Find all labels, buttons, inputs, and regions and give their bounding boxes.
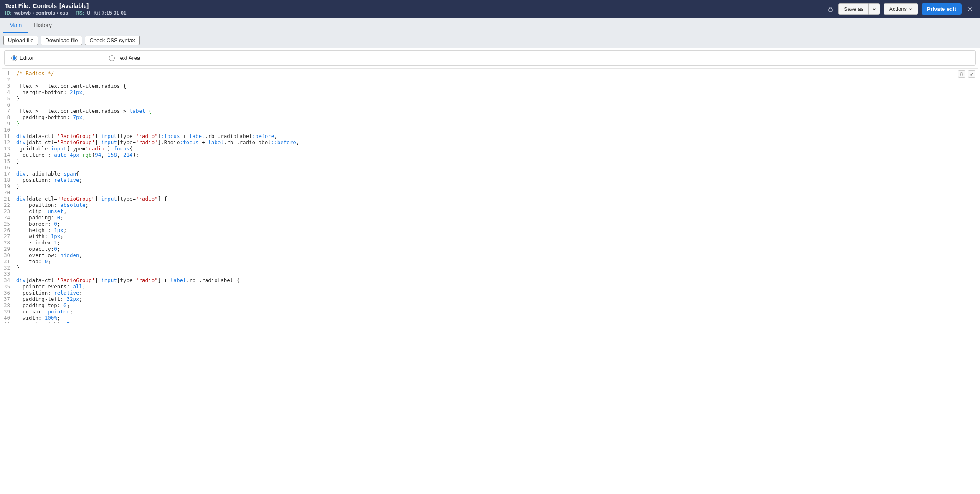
line-number: 40 (4, 315, 10, 321)
line-number: 33 (4, 271, 10, 277)
code-line[interactable] (16, 102, 975, 108)
code-area[interactable]: 1234567891011121314151617181920212223242… (2, 69, 978, 323)
line-number: 6 (4, 102, 10, 108)
code-line[interactable]: cursor: pointer; (16, 308, 975, 315)
line-number: 30 (4, 252, 10, 258)
radio-dot-icon (11, 55, 17, 61)
line-number: 38 (4, 302, 10, 308)
code-line[interactable]: padding-left: 32px; (16, 296, 975, 302)
code-body[interactable]: /* Radios */ .flex > .flex.content-item.… (13, 69, 978, 323)
line-number: 13 (4, 145, 10, 152)
code-line[interactable]: div[data-ctl='RadioGroup'] input[type="r… (16, 277, 975, 283)
id-value: webwb • controls • css (14, 10, 68, 16)
code-line[interactable]: } (16, 95, 975, 102)
download-file-button[interactable]: Download file (41, 36, 82, 45)
header-right: Save as Actions Private edit (826, 3, 975, 15)
code-line[interactable]: border: 0; (16, 221, 975, 227)
code-line[interactable]: div.radioTable span{ (16, 171, 975, 177)
private-edit-button[interactable]: Private edit (922, 3, 962, 15)
code-line[interactable]: margin-right: 7px; (16, 321, 975, 323)
code-line[interactable] (16, 127, 975, 133)
header-left: Text File: Controls [Available] ID: webw… (5, 3, 126, 16)
code-line[interactable]: position: relative; (16, 177, 975, 183)
code-line[interactable]: width: 100%; (16, 315, 975, 321)
id-label: ID: (5, 10, 12, 16)
code-line[interactable]: /* Radios */ (16, 70, 975, 76)
line-number: 4 (4, 89, 10, 95)
radio-dot-icon (109, 55, 115, 61)
line-number: 5 (4, 95, 10, 102)
code-line[interactable]: position: absolute; (16, 202, 975, 208)
code-line[interactable]: overflow: hidden; (16, 252, 975, 258)
line-number: 2 (4, 76, 10, 83)
line-number: 11 (4, 133, 10, 139)
code-line[interactable]: z-index:1; (16, 239, 975, 246)
code-line[interactable]: div[data-ctl='RadioGroup'] input[type='r… (16, 139, 975, 145)
code-line[interactable]: width: 1px; (16, 233, 975, 239)
code-line[interactable]: clip: unset; (16, 208, 975, 214)
code-line[interactable]: opacity:0; (16, 246, 975, 252)
actions-button[interactable]: Actions (884, 3, 918, 15)
line-number: 21 (4, 196, 10, 202)
line-number: 28 (4, 239, 10, 246)
code-line[interactable]: div[data-ctl='RadioGroup'] input[type="r… (16, 133, 975, 139)
code-line[interactable]: } (16, 120, 975, 127)
close-icon[interactable] (965, 4, 975, 14)
lock-icon[interactable] (826, 5, 835, 14)
line-number: 15 (4, 158, 10, 164)
view-mode-radios: Editor Text Area (4, 50, 976, 66)
save-as-dropdown[interactable] (868, 3, 880, 15)
line-number: 3 (4, 83, 10, 89)
line-number: 41 (4, 321, 10, 323)
code-line[interactable]: margin-bottom: 21px; (16, 89, 975, 95)
code-line[interactable]: padding-bottom: 7px; (16, 114, 975, 120)
code-line[interactable]: padding-top: 0; (16, 302, 975, 308)
line-number: 10 (4, 127, 10, 133)
tab-main[interactable]: Main (3, 18, 28, 33)
save-as-button[interactable]: Save as (838, 3, 868, 15)
code-line[interactable]: .gridTable input[type='radio']:focus{ (16, 145, 975, 152)
line-number: 1 (4, 70, 10, 76)
radio-textarea[interactable]: Text Area (109, 55, 140, 61)
code-line[interactable]: height: 1px; (16, 227, 975, 233)
line-number: 18 (4, 177, 10, 183)
svg-rect-0 (829, 9, 832, 11)
code-line[interactable]: position: relative; (16, 290, 975, 296)
code-line[interactable]: .flex > .flex.content-item.radios { (16, 83, 975, 89)
title-prefix: Text File: (5, 3, 30, 9)
code-line[interactable] (16, 189, 975, 196)
code-line[interactable] (16, 164, 975, 171)
tab-history[interactable]: History (28, 18, 58, 33)
braces-icon[interactable]: {} (958, 70, 965, 78)
line-number: 27 (4, 233, 10, 239)
code-line[interactable]: } (16, 265, 975, 271)
code-line[interactable]: padding: 0; (16, 214, 975, 221)
code-line[interactable]: pointer-events: all; (16, 283, 975, 290)
radio-editor[interactable]: Editor (11, 55, 34, 61)
upload-file-button[interactable]: Upload file (3, 36, 38, 45)
line-number: 22 (4, 202, 10, 208)
radio-editor-label: Editor (20, 55, 34, 61)
code-line[interactable]: outline : auto 4px rgb(94, 158, 214); (16, 152, 975, 158)
code-line[interactable]: div[data-ctl="RadioGroup"] input[type="r… (16, 196, 975, 202)
check-css-button[interactable]: Check CSS syntax (85, 36, 139, 45)
line-number: 36 (4, 290, 10, 296)
code-line[interactable] (16, 76, 975, 83)
line-number: 31 (4, 258, 10, 265)
code-line[interactable]: top: 0; (16, 258, 975, 265)
code-line[interactable]: } (16, 183, 975, 189)
title-status: [Available] (59, 3, 89, 9)
code-line[interactable]: } (16, 158, 975, 164)
code-line[interactable]: .flex > .flex.content-item.radios > labe… (16, 108, 975, 114)
chevron-down-icon (909, 7, 913, 11)
line-number: 35 (4, 283, 10, 290)
line-number: 20 (4, 189, 10, 196)
line-number: 7 (4, 108, 10, 114)
chevron-down-icon (872, 7, 876, 11)
fullscreen-icon[interactable]: ⤢ (968, 70, 975, 78)
code-line[interactable] (16, 271, 975, 277)
line-number: 9 (4, 120, 10, 127)
line-number: 37 (4, 296, 10, 302)
toolbar: Upload file Download file Check CSS synt… (0, 33, 980, 48)
line-number: 12 (4, 139, 10, 145)
